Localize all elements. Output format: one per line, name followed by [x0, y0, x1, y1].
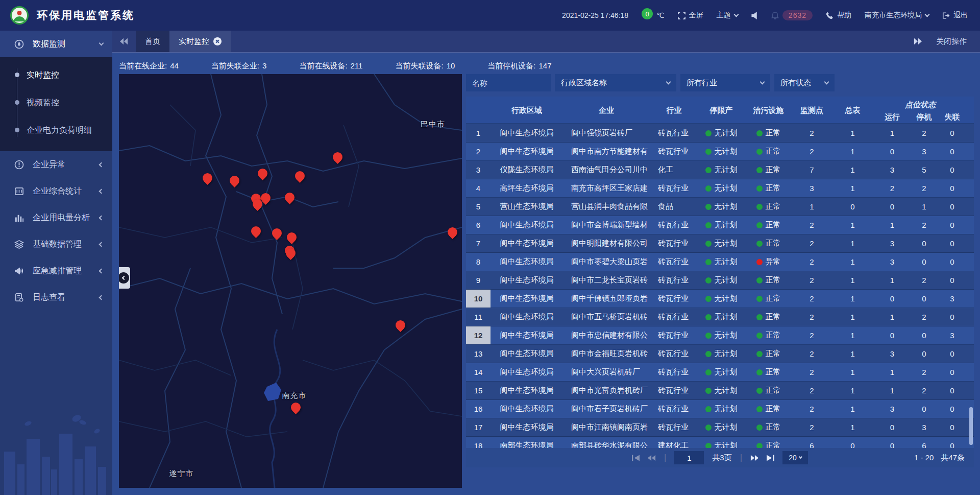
facility-status-dot — [756, 167, 763, 173]
help-button[interactable]: 帮助 — [826, 11, 851, 20]
map-pin[interactable] — [287, 232, 297, 243]
table-row[interactable]: 4 高坪生态环境局 南充市高坪区王家店建 砖瓦行业 无计划 正常 3 — [466, 179, 974, 198]
map-pin[interactable] — [230, 176, 240, 186]
cell-monitor-points: 3 — [793, 179, 831, 197]
sidebar-group-emergency-reduction[interactable]: 应急减排管理 — [0, 257, 112, 284]
map-pin[interactable] — [258, 169, 268, 179]
table-row[interactable]: 2 阆中生态环境局 阆中市南方节能建材有 砖瓦行业 无计划 正常 2 — [466, 143, 974, 161]
map-pin[interactable] — [333, 152, 343, 162]
table-row[interactable]: 8 阆中生态环境局 阆中市枣碧大梁山页岩 砖瓦行业 无计划 异常 2 — [466, 253, 974, 271]
table-row[interactable]: 17 阆中生态环境局 阆中市江南镇阆南页岩 砖瓦行业 无计划 正常 2 — [466, 418, 974, 437]
map-pin[interactable] — [295, 171, 305, 181]
map-pin[interactable] — [448, 227, 458, 238]
cell-region: 阆中生态环境局 — [491, 290, 563, 308]
tab-home[interactable]: 首页 — [136, 31, 169, 52]
map-panel[interactable]: 巴中市南充市遂宁市 — [119, 74, 462, 488]
sidebar-group-log-view[interactable]: 日志查看 — [0, 284, 112, 311]
cell-stop-production: 无计划 — [698, 271, 744, 289]
cell-region: 阆中生态环境局 — [491, 143, 563, 160]
map-pin[interactable] — [285, 193, 295, 203]
sidebar-group-data-monitoring[interactable]: 数据监测 — [0, 31, 112, 57]
fullscreen-button[interactable]: 全屏 — [678, 11, 703, 20]
column-monitor-points: 监测点 — [793, 106, 831, 115]
map-collapse-button[interactable] — [119, 267, 130, 289]
table-row[interactable]: 10 阆中生态环境局 阆中千佛镇五郎垭页岩 砖瓦行业 无计划 正常 2 — [466, 290, 974, 308]
cell-disconnected: 0 — [938, 253, 966, 271]
chevron-left-icon — [122, 276, 126, 280]
table-row[interactable]: 11 阆中生态环境局 阆中市五马桥页岩机砖 砖瓦行业 无计划 正常 2 — [466, 308, 974, 326]
cell-company: 阆中强锐页岩砖厂 — [563, 124, 650, 142]
table-row[interactable]: 14 阆中生态环境局 阆中大兴页岩机砖厂 砖瓦行业 无计划 正常 2 — [466, 363, 974, 382]
industry-select[interactable]: 所有行业 — [680, 74, 770, 91]
sidebar-item-realtime-monitoring[interactable]: 实时监控 — [0, 61, 112, 89]
cell-industry: 食品 — [650, 198, 698, 216]
temperature-badge: 0 — [642, 8, 653, 19]
theme-dropdown[interactable]: 主题 — [717, 11, 738, 20]
cell-industry: 砖瓦行业 — [650, 363, 698, 381]
user-org-dropdown[interactable]: 南充市生态环境局 — [865, 11, 929, 20]
status-dot-green — [705, 406, 712, 412]
region-select[interactable]: 行政区域名称 — [555, 74, 676, 91]
table-row[interactable]: 7 阆中生态环境局 阆中明阳建材有限公司 砖瓦行业 无计划 正常 2 — [466, 234, 974, 253]
page-size-select[interactable]: 20 — [782, 451, 808, 464]
map-pin[interactable] — [272, 228, 282, 239]
sidebar-group-basic-data[interactable]: 基础数据管理 — [0, 231, 112, 257]
map-pin[interactable] — [253, 199, 263, 209]
map-pin[interactable] — [396, 320, 406, 331]
map-pin[interactable] — [251, 226, 261, 237]
chevron-down-icon — [824, 80, 829, 85]
sidebar-group-enterprise-statistics[interactable]: 企业综合统计 — [0, 178, 112, 204]
last-page-button[interactable] — [767, 455, 774, 461]
cell-monitor-points: 2 — [793, 271, 831, 289]
cell-industry: 建材化工 — [650, 437, 698, 448]
table-scrollbar[interactable] — [969, 407, 973, 445]
column-stop-production: 停限产 — [698, 106, 744, 115]
tab-realtime-monitoring[interactable]: 实时监控 — [169, 31, 231, 52]
table-row[interactable]: 13 阆中生态环境局 阆中市金福旺页岩机砖 砖瓦行业 无计划 正常 2 — [466, 345, 974, 363]
table-row[interactable]: 5 营山生态环境局 营山县润丰肉食品有限 食品 无计划 正常 1 — [466, 198, 974, 216]
sound-toggle[interactable] — [751, 12, 758, 19]
first-page-button[interactable] — [632, 455, 640, 461]
facility-status-dot — [756, 425, 763, 431]
cell-monitor-points: 7 — [793, 161, 831, 179]
prev-page-button[interactable] — [648, 455, 656, 461]
status-dot-green — [705, 443, 712, 449]
table-row[interactable]: 9 阆中生态环境局 阆中市二龙长宝页岩砖 砖瓦行业 无计划 正常 2 — [466, 271, 974, 290]
chevron-down-icon — [666, 80, 671, 85]
name-search-input[interactable] — [466, 74, 551, 91]
page-number-input[interactable] — [674, 451, 704, 464]
map-pin[interactable] — [291, 403, 301, 413]
cell-running: 1 — [874, 363, 910, 381]
facility-status-dot — [756, 241, 763, 247]
sidebar-item-video-monitoring[interactable]: 视频监控 — [0, 89, 112, 116]
status-select[interactable]: 所有状态 — [774, 74, 835, 91]
table-row[interactable]: 12 阆中生态环境局 阆中市忠信建材有限公 砖瓦行业 无计划 正常 2 — [466, 326, 974, 345]
close-operations-button[interactable]: 关闭操作 — [936, 37, 967, 46]
table-row[interactable]: 6 阆中生态环境局 阆中市金博瑞新型墙材 砖瓦行业 无计划 正常 2 — [466, 216, 974, 234]
map-pin[interactable] — [286, 248, 296, 258]
table-row[interactable]: 3 仪陇生态环境局 西南油气田分公司川中 化工 无计划 正常 7 — [466, 161, 974, 179]
logout-button[interactable]: 退出 — [942, 11, 968, 20]
cell-stop-production: 无计划 — [698, 418, 744, 436]
next-page-button[interactable] — [750, 455, 758, 461]
tabs-scroll-left-button[interactable] — [112, 31, 136, 52]
sidebar-group-enterprise-abnormal[interactable]: 企业异常 — [0, 151, 112, 178]
cell-company: 南部县砖华水泥有限公 — [563, 437, 650, 448]
sidebar-item-power-load-detail[interactable]: 企业电力负荷明细 — [0, 116, 112, 144]
cell-industry: 砖瓦行业 — [650, 253, 698, 271]
table-row[interactable]: 18 南部生态环境局 南部县砖华水泥有限公 建材化工 无计划 正常 6 — [466, 437, 974, 448]
double-chevron-right-icon[interactable] — [914, 38, 922, 45]
close-icon[interactable] — [213, 37, 222, 45]
app-title: 环保用电监管系统 — [37, 8, 135, 22]
notification-area[interactable]: 2632 — [771, 10, 813, 20]
cell-monitor-points: 2 — [793, 363, 831, 381]
table-row[interactable]: 15 阆中生态环境局 阆中市光富页岩机砖厂 砖瓦行业 无计划 正常 2 — [466, 382, 974, 400]
map-pin[interactable] — [203, 173, 213, 183]
chevron-left-icon — [99, 188, 104, 194]
cell-pollution-facility: 正常 — [744, 290, 793, 308]
cell-region: 阆中生态环境局 — [491, 308, 563, 326]
table-row[interactable]: 1 阆中生态环境局 阆中强锐页岩砖厂 砖瓦行业 无计划 正常 2 — [466, 124, 974, 143]
sidebar-group-power-analysis[interactable]: 企业用电量分析 — [0, 204, 112, 231]
cell-company: 阆中市忠信建材有限公 — [563, 326, 650, 344]
table-row[interactable]: 16 阆中生态环境局 阆中市石子页岩机砖厂 砖瓦行业 无计划 正常 2 — [466, 400, 974, 418]
